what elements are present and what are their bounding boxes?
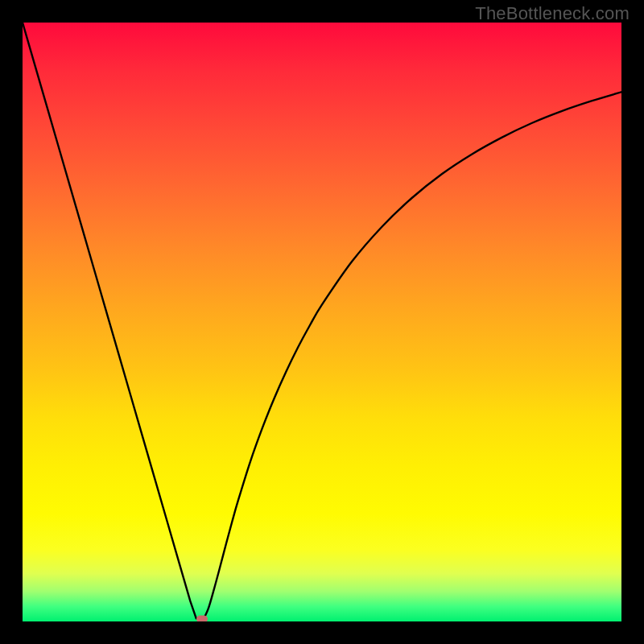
chart-container: TheBottleneck.com	[0, 0, 644, 644]
bottleneck-curve	[23, 23, 621, 621]
minimum-marker	[196, 616, 208, 622]
watermark-text: TheBottleneck.com	[475, 3, 630, 24]
plot-area	[23, 23, 621, 621]
